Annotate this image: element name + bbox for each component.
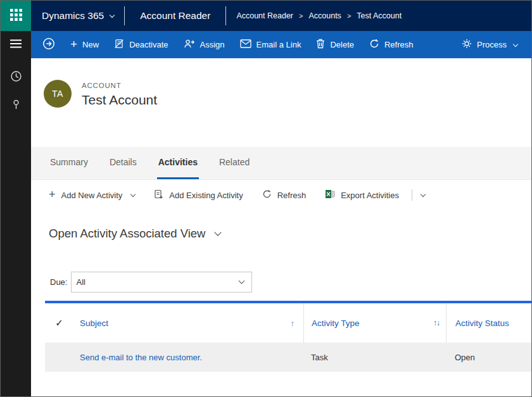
export-activities-label: Export Activities xyxy=(341,191,399,200)
record-set-navigator-button[interactable] xyxy=(35,31,63,58)
clock-icon xyxy=(10,70,22,84)
email-a-link-button[interactable]: Email a Link xyxy=(232,31,309,58)
email-icon xyxy=(240,39,251,50)
top-nav-bar: Dynamics 365 Account Reader Account Read… xyxy=(1,1,531,31)
tab-activities-label: Activities xyxy=(158,157,198,167)
add-existing-activity-button[interactable]: Add Existing Activity xyxy=(154,189,243,201)
breadcrumb-item-accounts[interactable]: Accounts xyxy=(308,11,341,20)
nav-divider xyxy=(124,6,125,25)
subject-link[interactable]: Send e-mail to the new customer. xyxy=(80,353,202,362)
avatar-initials: TA xyxy=(52,89,63,99)
view-selector-label: Open Activity Associated View xyxy=(49,227,205,241)
tab-strip: Summary Details Activities Related xyxy=(31,147,531,180)
grid-empty-area xyxy=(45,372,531,396)
sort-both-icon: ↑↓ xyxy=(433,318,440,327)
plus-icon: + xyxy=(49,189,56,200)
refresh-button[interactable]: Refresh xyxy=(362,31,421,58)
breadcrumb: Account Reader > Accounts > Test Account xyxy=(236,11,402,20)
tab-details[interactable]: Details xyxy=(108,147,138,179)
process-button-label: Process xyxy=(477,40,507,49)
column-label-subject: Subject xyxy=(80,318,108,328)
table-row[interactable]: Send e-mail to the new customer. Task Op… xyxy=(45,343,531,372)
assign-button[interactable]: Assign xyxy=(176,31,232,58)
add-new-activity-label: Add New Activity xyxy=(61,191,123,200)
due-filter-label: Due: xyxy=(50,277,67,287)
add-existing-activity-label: Add Existing Activity xyxy=(169,191,243,200)
chevron-down-icon xyxy=(513,41,518,46)
tab-details-label: Details xyxy=(110,157,137,167)
refresh-activities-button[interactable]: Refresh xyxy=(262,189,307,201)
pinned-items-button[interactable] xyxy=(1,91,31,119)
chevron-down-icon xyxy=(239,278,245,284)
column-header-activity-status[interactable]: Activity Status xyxy=(446,303,531,343)
toolbar-divider xyxy=(412,189,412,201)
hamburger-icon xyxy=(10,39,22,51)
email-a-link-button-label: Email a Link xyxy=(256,40,301,49)
deactivate-button[interactable]: Deactivate xyxy=(106,31,175,58)
sort-descending-icon: ↓ xyxy=(436,318,440,327)
sort-ascending-icon: ↑ xyxy=(291,318,295,328)
side-nav xyxy=(1,31,31,396)
pin-icon xyxy=(11,99,22,112)
command-bar: + New Deactivate Assign xyxy=(31,31,531,58)
waffle-icon xyxy=(10,9,22,23)
column-header-subject[interactable]: Subject ↑ xyxy=(73,303,303,343)
column-label-activity-status: Activity Status xyxy=(455,318,509,328)
due-filter-select[interactable]: All xyxy=(71,272,252,293)
refresh-activities-label: Refresh xyxy=(277,191,307,200)
column-header-activity-type[interactable]: Activity Type ↑↓ xyxy=(303,303,446,343)
tab-summary-label: Summary xyxy=(50,157,88,167)
activities-toolbar: + Add New Activity Add Existing Activity xyxy=(31,180,531,210)
dynamics365-window: Dynamics 365 Account Reader Account Read… xyxy=(0,0,532,397)
cell-activity-type: Task xyxy=(303,353,446,362)
view-selector[interactable]: Open Activity Associated View xyxy=(49,227,531,241)
chevron-down-icon xyxy=(110,12,115,17)
refresh-button-label: Refresh xyxy=(384,40,414,49)
process-button[interactable]: Process xyxy=(454,31,525,58)
page-title: Test Account xyxy=(82,92,157,108)
plus-icon: + xyxy=(70,38,77,50)
excel-export-icon xyxy=(325,189,335,201)
due-filter: Due: All xyxy=(50,271,252,293)
menu-button[interactable] xyxy=(1,31,31,58)
refresh-icon xyxy=(262,189,272,201)
new-button[interactable]: + New xyxy=(63,31,106,58)
column-label-activity-type: Activity Type xyxy=(312,318,360,328)
breadcrumb-separator: > xyxy=(347,12,351,20)
nav-divider xyxy=(225,6,226,25)
assign-icon xyxy=(184,39,195,51)
chevron-down-icon xyxy=(130,192,136,197)
delete-button[interactable]: Delete xyxy=(308,31,362,58)
select-all-column-header[interactable]: ✓ xyxy=(45,303,73,343)
refresh-icon xyxy=(369,39,379,51)
breadcrumb-separator: > xyxy=(299,12,303,20)
tab-summary[interactable]: Summary xyxy=(49,147,89,179)
deactivate-icon xyxy=(114,39,124,51)
deactivate-button-label: Deactivate xyxy=(129,40,168,49)
brand-label: Dynamics 365 xyxy=(42,10,104,22)
app-launcher-button[interactable] xyxy=(1,1,31,31)
delete-button-label: Delete xyxy=(330,40,354,49)
recent-items-button[interactable] xyxy=(1,63,31,91)
export-activities-button[interactable]: Export Activities xyxy=(325,189,399,201)
main-content: TA ACCOUNT Test Account Summary Details … xyxy=(31,58,531,396)
checkmark-icon: ✓ xyxy=(55,317,63,329)
process-icon xyxy=(462,39,472,51)
add-new-activity-button[interactable]: + Add New Activity xyxy=(49,190,135,200)
app-name: Account Reader xyxy=(140,10,210,22)
tab-activities[interactable]: Activities xyxy=(157,147,199,179)
tab-related-label: Related xyxy=(219,157,250,167)
add-document-icon xyxy=(154,189,163,201)
chevron-down-icon xyxy=(215,229,222,236)
assign-button-label: Assign xyxy=(200,40,225,49)
tab-related[interactable]: Related xyxy=(218,147,251,179)
dynamics365-home-menu[interactable]: Dynamics 365 xyxy=(42,10,114,22)
more-commands-button[interactable] xyxy=(421,194,425,196)
cell-activity-status: Open xyxy=(446,353,531,362)
entity-type-label: ACCOUNT xyxy=(82,82,157,89)
record-header: TA ACCOUNT Test Account xyxy=(31,58,531,147)
breadcrumb-item-app[interactable]: Account Reader xyxy=(236,11,293,20)
activities-grid: ✓ Subject ↑ Activity Type ↑↓ Activity St… xyxy=(45,301,531,396)
avatar: TA xyxy=(44,80,72,108)
grid-header: ✓ Subject ↑ Activity Type ↑↓ Activity St… xyxy=(45,303,531,343)
